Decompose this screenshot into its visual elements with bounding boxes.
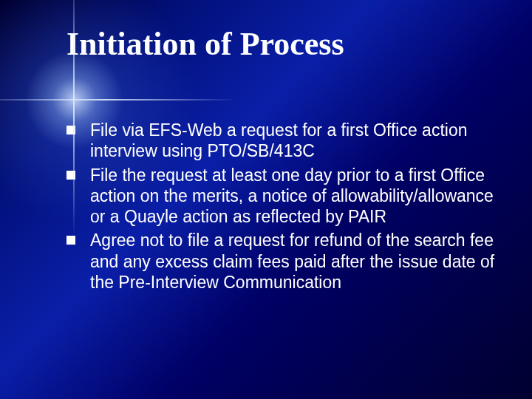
square-bullet-icon: [66, 236, 75, 245]
bullet-text: File via EFS-Web a request for a first O…: [90, 120, 495, 162]
slide-title: Initiation of Process: [66, 25, 502, 63]
bullet-text: File the request at least one day prior …: [90, 165, 495, 228]
list-item: Agree not to file a request for refund o…: [66, 230, 495, 293]
slide: Initiation of Process File via EFS-Web a…: [0, 0, 532, 399]
list-item: File the request at least one day prior …: [66, 165, 495, 228]
square-bullet-icon: [66, 126, 75, 134]
bullet-text: Agree not to file a request for refund o…: [90, 230, 495, 293]
slide-body: File via EFS-Web a request for a first O…: [66, 120, 495, 296]
square-bullet-icon: [66, 171, 75, 180]
list-item: File via EFS-Web a request for a first O…: [66, 120, 495, 162]
